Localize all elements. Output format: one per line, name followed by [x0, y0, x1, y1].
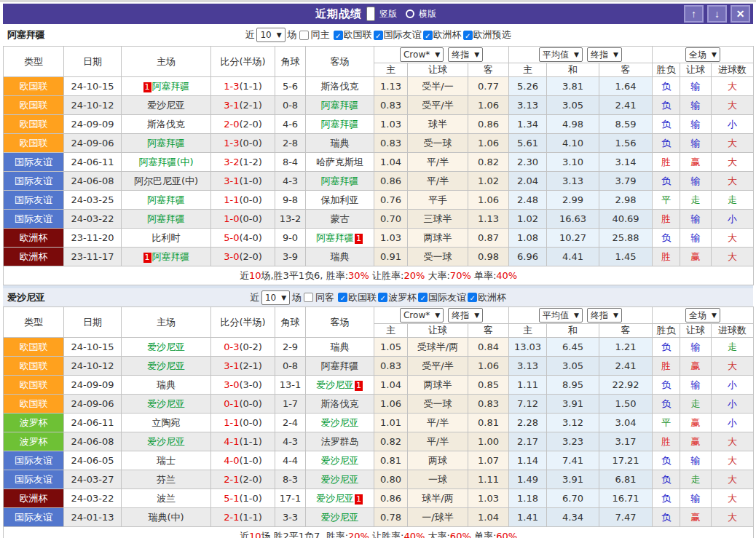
result-handicap-cell: 赢: [680, 432, 712, 451]
handicap-cell: 球半: [408, 115, 468, 134]
result-outcome-cell: 平: [653, 191, 680, 210]
same-away-checkbox[interactable]: [304, 293, 313, 302]
col-date-header: 日期: [64, 47, 122, 77]
checkbox-checked-icon[interactable]: ✓: [374, 31, 383, 40]
match-date: 23-11-17: [64, 248, 122, 266]
avg-away-cell: 22.92: [599, 376, 653, 395]
league-filter-item[interactable]: ✓欧洲杯: [468, 291, 506, 304]
avg-away-cell: 1.56: [599, 134, 653, 153]
odds-away-cell: 1.06: [468, 191, 509, 210]
team-name: 芬兰: [157, 474, 176, 485]
result-goals-cell: 大: [712, 77, 754, 96]
league-filter-item[interactable]: ✓波罗杯: [378, 291, 417, 304]
odds-company-select[interactable]: Crow*▼: [400, 47, 444, 62]
result-goals-cell: 小: [712, 395, 754, 414]
summary-text: 近10场,胜3平1负6, 胜率:30% 让胜率:20% 大率:70% 单率:40…: [4, 266, 754, 285]
same-away-label[interactable]: 同客: [315, 291, 334, 304]
team-name: 阿塞拜疆: [321, 119, 359, 130]
chevron-down-icon: ▼: [574, 51, 579, 58]
away-team-cell: 爱沙尼亚: [306, 470, 374, 489]
odds-home-cell: 0.86: [374, 489, 408, 508]
match-row: 欧洲杯24-03-22波兰5-1(1-0)17-1爱沙尼亚10.86球半/两1.…: [4, 489, 754, 508]
results-table-estonia: 类型 日期 主场 比分(半场) 角球 客场 Crow*▼ 终指▼ 平均值▼ 终指…: [3, 306, 754, 538]
handicap-cell: 两球: [408, 451, 468, 470]
same-home-label[interactable]: 同主: [311, 28, 330, 41]
odds-final-select[interactable]: 终指▼: [448, 47, 483, 62]
match-type-badge: 波罗杯: [4, 432, 64, 451]
match-count-select[interactable]: 10▼: [256, 28, 285, 42]
average-final-select[interactable]: 终指▼: [587, 47, 622, 62]
col-goals-header: 进球数: [712, 63, 754, 77]
avg-draw-cell: 3.91: [547, 395, 599, 414]
checkbox-checked-icon[interactable]: ✓: [418, 293, 428, 302]
home-team-cell: 瑞典: [122, 376, 211, 395]
team-name: 爱沙尼亚: [321, 417, 359, 428]
result-handicap-cell: 输: [680, 134, 712, 153]
checkbox-checked-icon[interactable]: ✓: [463, 31, 473, 40]
average-select[interactable]: 平均值▼: [539, 308, 583, 323]
match-date: 24-10-12: [64, 357, 122, 376]
result-handicap-cell: 走: [680, 470, 712, 489]
results-table-azerbaijan: 类型 日期 主场 比分(半场) 角球 客场 Crow*▼ 终指▼ 平均值▼ 终指…: [3, 46, 754, 285]
team-name: 瑞典: [157, 379, 176, 390]
col-avg-away-header: 客: [599, 324, 653, 338]
avg-away-cell: 6.81: [599, 470, 653, 489]
move-up-button[interactable]: ↑: [684, 5, 704, 23]
league-filter-item[interactable]: ✓国际友谊: [418, 291, 466, 304]
full-time-score: 0-1: [224, 398, 239, 409]
match-row: 欧国联24-10-15爱沙尼亚0-3(0-2)2-9瑞典1.05受球半/两0.8…: [4, 338, 754, 357]
odds-away-cell: 1.06: [468, 96, 509, 115]
odds-company-select[interactable]: Crow*▼: [400, 308, 444, 323]
near-label: 近: [245, 28, 254, 41]
league-filter-item[interactable]: ✓欧国联: [334, 28, 372, 41]
league-label: 欧洲预选: [473, 28, 511, 41]
checkbox-checked-icon[interactable]: ✓: [468, 293, 477, 302]
odds-home-cell: 1.06: [374, 395, 408, 414]
odds-final-select[interactable]: 终指▼: [448, 308, 483, 323]
match-count-select[interactable]: 10▼: [261, 290, 290, 305]
radio-horizontal-label[interactable]: 横版: [419, 8, 436, 20]
result-goals-cell: 大: [712, 96, 754, 115]
score-cell: 2-0(2-0): [211, 115, 275, 134]
league-filter-item[interactable]: ✓国际友谊: [374, 28, 422, 41]
odds-home-cell: 1.01: [374, 414, 408, 432]
checkbox-checked-icon[interactable]: ✓: [338, 293, 347, 302]
average-final-select[interactable]: 终指▼: [587, 308, 622, 323]
handicap-cell: 三球半: [408, 210, 468, 229]
col-goals-header: 进球数: [712, 324, 754, 338]
result-handicap-cell: 走: [680, 395, 712, 414]
match-type-badge: 国际友谊: [4, 172, 64, 191]
match-row: 欧国联24-10-12爱沙尼亚3-1(2-1)0-8阿塞拜疆0.83受平/半1.…: [4, 357, 754, 376]
average-select[interactable]: 平均值▼: [539, 47, 583, 62]
col-type-header: 类型: [4, 307, 64, 338]
scope-select[interactable]: 全场▼: [685, 308, 720, 323]
score-cell: 3-1(1-0): [211, 172, 275, 191]
match-type-badge: 欧国联: [4, 115, 64, 134]
checkbox-checked-icon[interactable]: ✓: [423, 31, 433, 40]
league-filter-item[interactable]: ✓欧国联: [338, 291, 377, 304]
league-filter-item[interactable]: ✓欧洲预选: [463, 28, 511, 41]
move-down-button[interactable]: ↓: [707, 5, 727, 23]
team-name: 爱沙尼亚: [321, 512, 359, 523]
team-name: 斯洛伐克: [321, 81, 359, 92]
half-time-score: (1-0): [239, 175, 261, 186]
close-button[interactable]: ✕: [731, 5, 750, 23]
games-label: 场: [288, 28, 297, 41]
same-home-checkbox[interactable]: [299, 31, 309, 40]
checkbox-checked-icon[interactable]: ✓: [334, 31, 343, 40]
scope-select[interactable]: 全场▼: [685, 47, 720, 62]
result-goals-cell: 大: [712, 153, 754, 172]
result-handicap-cell: 输: [680, 376, 712, 395]
match-date: 23-11-20: [64, 229, 122, 248]
team-name: 阿塞拜疆: [152, 81, 190, 92]
avg-away-cell: 1.21: [599, 338, 653, 357]
radio-vertical-label[interactable]: 竖版: [379, 8, 397, 20]
radio-vertical-layout[interactable]: [366, 7, 375, 21]
team-name: 阿塞拜疆: [147, 213, 185, 224]
result-goals-cell: 小: [712, 414, 754, 432]
summary-segment: 近: [240, 270, 249, 281]
radio-horizontal-layout[interactable]: [406, 9, 414, 18]
league-filter-item[interactable]: ✓欧洲杯: [423, 28, 462, 41]
corners-cell: 3-9: [275, 248, 306, 266]
checkbox-checked-icon[interactable]: ✓: [378, 293, 387, 302]
